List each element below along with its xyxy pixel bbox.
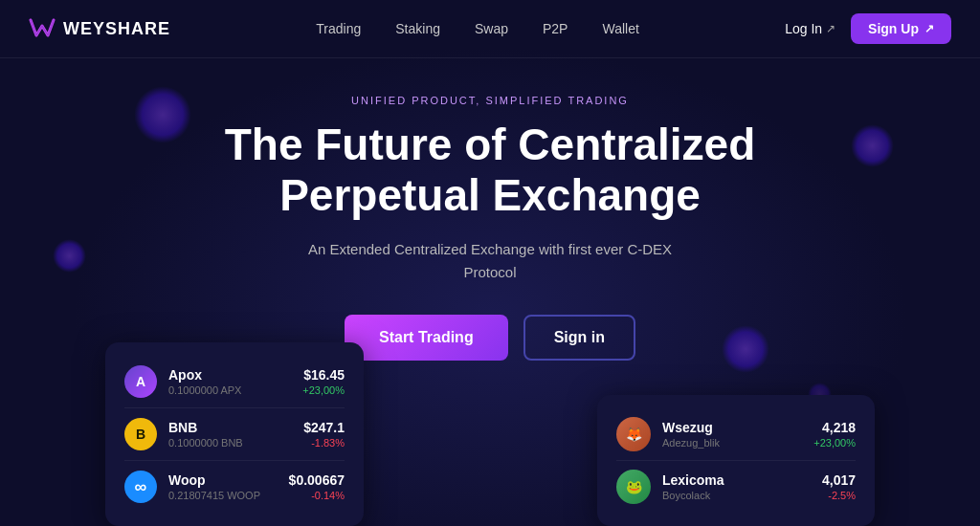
hero-tag: UNIFIED PRODUCT, SIMPLIFIED TRADING — [351, 95, 629, 106]
wsezug-avatar: 🦊 — [616, 417, 651, 451]
bnb-amount: 0.1000000 BNB — [168, 437, 303, 449]
bnb-name: BNB — [168, 420, 303, 435]
bnb-change: -1.83% — [303, 437, 345, 449]
nav-p2p[interactable]: P2P — [543, 21, 568, 36]
wsezug-score: 4,218 — [813, 420, 856, 435]
lexicoma-score: 4,017 — [822, 472, 856, 488]
lexicoma-change: -2.5% — [822, 490, 856, 501]
wsezug-sub: Adezug_blik — [662, 437, 813, 449]
crypto-row-bnb: B BNB 0.1000000 BNB $247.1 -1.83% — [124, 408, 345, 461]
crypto-row-apox: A Apox 0.1000000 APX $16.45 +23,00% — [124, 356, 345, 408]
nav-links: Trading Staking Swap P2P Wallet — [316, 21, 639, 36]
leader-row-lexicoma: 🐸 Lexicoma Boycolack 4,017 -2.5% — [616, 461, 856, 513]
wsezug-change: +23,00% — [813, 437, 856, 449]
crypto-row-woop: ∞ Woop 0.21807415 WOOP $0.00667 -0.14% — [124, 461, 345, 513]
login-arrow-icon: ↗ — [826, 22, 835, 35]
apox-change: +23,00% — [302, 384, 345, 396]
navbar: WEYSHARE Trading Staking Swap P2P Wallet… — [0, 0, 980, 58]
leaderboard-card: 🦊 Wsezug Adezug_blik 4,218 +23,00% 🐸 Lex… — [597, 395, 875, 526]
login-button[interactable]: Log In ↗ — [785, 21, 835, 36]
nav-swap[interactable]: Swap — [475, 21, 508, 36]
leader-row-wsezug: 🦊 Wsezug Adezug_blik 4,218 +23,00% — [616, 408, 856, 461]
lexicoma-name: Lexicoma — [662, 472, 822, 488]
woop-icon: ∞ — [124, 471, 157, 503]
woop-amount: 0.21807415 WOOP — [168, 490, 289, 501]
nav-actions: Log In ↗ Sign Up ↗ — [785, 13, 951, 44]
nav-staking[interactable]: Staking — [395, 21, 440, 36]
hero-title: The Future of Centralized Perpetual Exch… — [184, 120, 796, 221]
lexicoma-sub: Boycolack — [662, 490, 822, 501]
signup-button[interactable]: Sign Up ↗ — [851, 13, 951, 44]
bnb-price: $247.1 — [303, 420, 345, 435]
brand-name: WEYSHARE — [63, 19, 170, 39]
apox-amount: 0.1000000 APX — [168, 384, 302, 396]
logo-icon — [29, 18, 56, 39]
logo[interactable]: WEYSHARE — [29, 18, 170, 39]
nav-wallet[interactable]: Wallet — [602, 21, 638, 36]
hero-subtitle: An Extended Centralized Exchange with fi… — [299, 238, 681, 284]
woop-name: Woop — [168, 472, 289, 488]
bnb-icon: B — [124, 418, 157, 450]
apox-name: Apox — [168, 367, 302, 383]
woop-change: -0.14% — [289, 490, 345, 501]
apox-icon: A — [124, 365, 157, 398]
nav-trading[interactable]: Trading — [316, 21, 361, 36]
lexicoma-avatar: 🐸 — [616, 470, 651, 504]
signup-arrow-icon: ↗ — [924, 22, 934, 35]
apox-price: $16.45 — [302, 367, 345, 383]
wsezug-name: Wsezug — [662, 420, 813, 435]
woop-price: $0.00667 — [289, 472, 345, 488]
crypto-card: A Apox 0.1000000 APX $16.45 +23,00% B BN… — [105, 342, 364, 526]
cards-row: A Apox 0.1000000 APX $16.45 +23,00% B BN… — [0, 342, 980, 526]
